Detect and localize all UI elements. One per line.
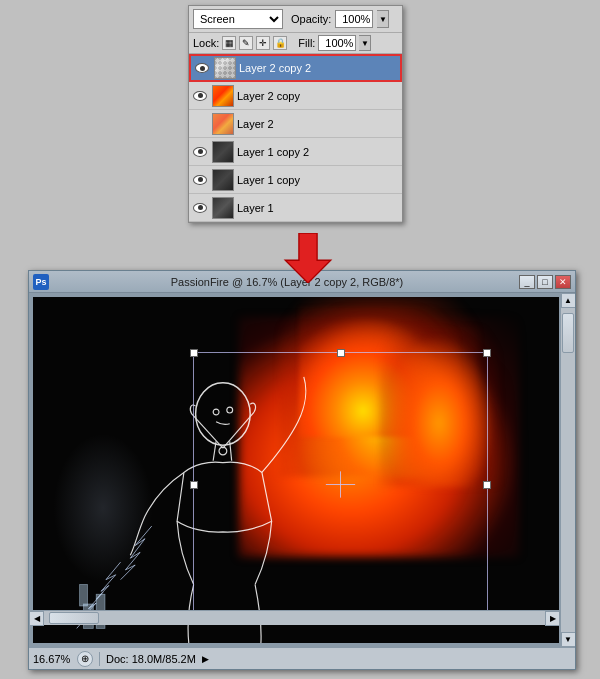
fire-scene <box>33 297 559 643</box>
layer-thumbnail <box>212 141 234 163</box>
layer-row[interactable]: Layer 2 copy <box>189 82 402 110</box>
eye-icon[interactable] <box>191 87 209 105</box>
opacity-input[interactable] <box>335 10 373 28</box>
transform-handle-top-right[interactable] <box>483 349 491 357</box>
transform-handle-mid-right[interactable] <box>483 481 491 489</box>
scroll-up-button[interactable]: ▲ <box>561 293 576 308</box>
transform-center-cross <box>194 353 487 616</box>
eye-icon[interactable] <box>191 171 209 189</box>
layer-row[interactable]: Layer 1 copy 2 <box>189 138 402 166</box>
lock-move-icon[interactable]: ✛ <box>256 36 270 50</box>
layer-thumbnail <box>212 197 234 219</box>
scroll-track-vertical[interactable] <box>561 308 575 632</box>
ps-icon: Ps <box>33 274 49 290</box>
eye-icon[interactable] <box>191 143 209 161</box>
close-button[interactable]: ✕ <box>555 275 571 289</box>
layer-name: Layer 2 copy 2 <box>239 62 398 74</box>
horizontal-scrollbar: ◀ ▶ <box>29 610 560 625</box>
scroll-right-button[interactable]: ▶ <box>545 611 560 626</box>
layer-name: Layer 1 copy 2 <box>237 146 400 158</box>
lock-row: Lock: ▦ ✎ ✛ 🔒 Fill: ▼ <box>189 33 402 54</box>
svg-rect-10 <box>80 585 88 606</box>
window-controls: _ □ ✕ <box>519 275 571 289</box>
lock-brush-icon[interactable]: ✎ <box>239 36 253 50</box>
scroll-track-horizontal[interactable] <box>44 611 545 625</box>
opacity-arrow[interactable]: ▼ <box>377 10 389 28</box>
minimize-button[interactable]: _ <box>519 275 535 289</box>
lock-label: Lock: <box>193 37 219 49</box>
fill-arrow[interactable]: ▼ <box>359 35 371 51</box>
eye-icon[interactable] <box>191 199 209 217</box>
eye-icon-empty[interactable] <box>191 115 209 133</box>
status-divider <box>99 652 100 666</box>
layer-name: Layer 2 <box>237 118 400 130</box>
transform-handle-mid-left[interactable] <box>190 481 198 489</box>
fill-label: Fill: <box>298 37 315 49</box>
layer-name: Layer 2 copy <box>237 90 400 102</box>
layer-row[interactable]: Layer 2 <box>189 110 402 138</box>
zoom-level: 16.67% <box>33 653 73 665</box>
blend-mode-select[interactable]: Screen <box>193 9 283 29</box>
canvas-area: ▲ ▼ ◀ ▶ <box>29 293 575 647</box>
layer-row[interactable]: Layer 1 copy <box>189 166 402 194</box>
layer-thumbnail <box>212 169 234 191</box>
scroll-thumb-horizontal[interactable] <box>49 612 99 624</box>
lock-all-icon[interactable]: 🔒 <box>273 36 287 50</box>
layer-thumbnail <box>212 113 234 135</box>
transform-bounding-box <box>193 352 488 617</box>
eye-icon[interactable] <box>193 59 211 77</box>
svg-marker-0 <box>285 233 330 283</box>
photoshop-window: Ps PassionFire @ 16.7% (Layer 2 copy 2, … <box>28 270 576 670</box>
scroll-left-button[interactable]: ◀ <box>29 611 44 626</box>
layer-name: Layer 1 copy <box>237 174 400 186</box>
status-bar: 16.67% ⊕ Doc: 18.0M/85.2M ▶ <box>29 647 575 669</box>
layer-row[interactable]: Layer 1 <box>189 194 402 222</box>
layer-thumbnail <box>212 85 234 107</box>
layer-thumbnail <box>214 57 236 79</box>
doc-info-arrow[interactable]: ▶ <box>200 653 212 665</box>
status-world-icon[interactable]: ⊕ <box>77 651 93 667</box>
scroll-thumb-vertical[interactable] <box>562 313 574 353</box>
canvas-image <box>33 297 559 643</box>
transform-handle-top-mid[interactable] <box>337 349 345 357</box>
down-arrow-indicator <box>278 233 338 283</box>
maximize-button[interactable]: □ <box>537 275 553 289</box>
vertical-scrollbar: ▲ ▼ <box>560 293 575 647</box>
document-info: Doc: 18.0M/85.2M <box>106 653 196 665</box>
layer-name: Layer 1 <box>237 202 400 214</box>
lock-checkerboard-icon[interactable]: ▦ <box>222 36 236 50</box>
layer-row[interactable]: Layer 2 copy 2 <box>189 54 402 82</box>
layers-panel: Screen Opacity: ▼ Lock: ▦ ✎ ✛ 🔒 Fill: ▼ … <box>188 5 403 223</box>
fill-input[interactable] <box>318 35 356 51</box>
layers-header: Screen Opacity: ▼ <box>189 6 402 33</box>
scroll-down-button[interactable]: ▼ <box>561 632 576 647</box>
transform-handle-top-left[interactable] <box>190 349 198 357</box>
opacity-label: Opacity: <box>291 13 331 25</box>
